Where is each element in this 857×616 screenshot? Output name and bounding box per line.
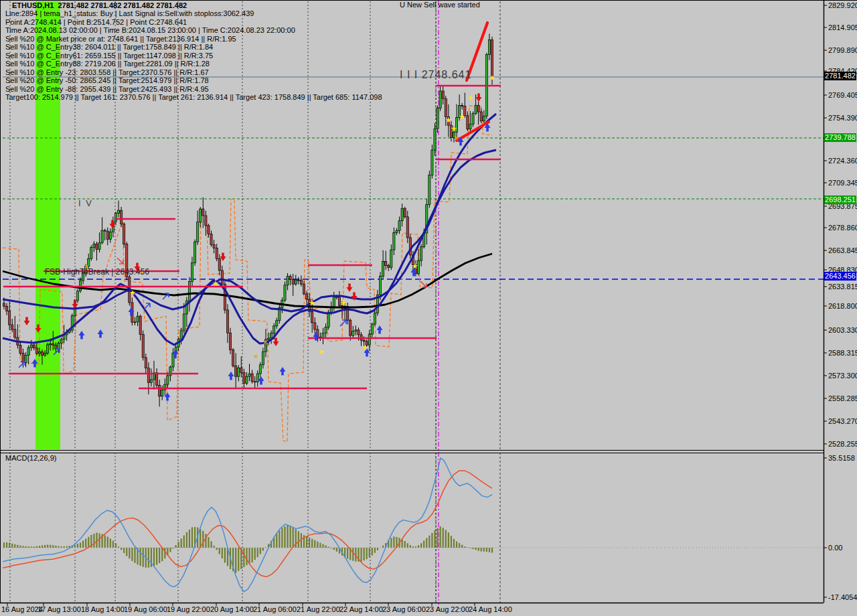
diagonal-up-arrow-icon xyxy=(144,303,150,309)
annotation-wave-iv: I V xyxy=(78,198,93,208)
sell-arrow-icon xyxy=(476,94,482,102)
time-axis-label: 17 Aug 13:00 xyxy=(37,605,81,613)
mt4-chart-window: ★★★★★★★★★★★★××××× ETHUSD,H1 2781.482 278… xyxy=(0,0,857,616)
price-axis-label: 2754.390 xyxy=(828,114,857,122)
buy-arrow-icon xyxy=(165,392,171,401)
time-axis-label: 23 Aug 06:00 xyxy=(382,605,426,613)
price-axis-label: 2799.890 xyxy=(828,46,857,54)
price-axis-label: 2573.300 xyxy=(828,372,857,380)
price-badge: 2698.251 xyxy=(824,196,856,204)
info-line-2: Point A:2748.414 | Point B:2514.752 | Po… xyxy=(5,18,187,26)
price-axis-label: 2528.255 xyxy=(828,440,857,448)
buy-arrow-icon xyxy=(258,376,264,385)
time-axis-label: 18 Aug 14:00 xyxy=(81,605,125,613)
price-badge: 2643.456 xyxy=(824,272,856,281)
diagonal-down-arrow-icon xyxy=(117,258,123,264)
time-axis-label: 21 Aug 22:00 xyxy=(297,605,340,613)
star-marker-icon: ★ xyxy=(340,299,347,307)
price-axis-label: 2709.345 xyxy=(828,179,857,187)
diagonal-up-arrow-icon xyxy=(19,362,25,368)
price-axis-label: 2633.815 xyxy=(828,283,857,291)
info-line-10: Sell %20 @ Entry -88: 2955.439 || Target… xyxy=(5,85,209,93)
macd-signal-line xyxy=(3,471,492,576)
buy-arrow-icon xyxy=(79,331,85,339)
x-marker-icon: × xyxy=(454,134,458,142)
sell-arrow-icon xyxy=(24,317,30,326)
price-badge: 2739.788 xyxy=(824,133,856,142)
price-axis-label: 2769.405 xyxy=(828,91,857,99)
price-axis-label: 2724.360 xyxy=(828,157,857,165)
info-line-1: Line:2894 | tema_h1_status: Buy | Last S… xyxy=(5,9,254,17)
star-marker-icon: ★ xyxy=(412,262,418,271)
star-marker-icon: ★ xyxy=(309,299,315,307)
info-line-4: Sell %20 @ Market price or at: 2748.641 … xyxy=(5,35,236,43)
price-axis-label: 2603.330 xyxy=(828,326,857,334)
info-line-8: Sell %10 @ Entry -23: 2803.558 || Target… xyxy=(5,68,209,76)
buy-arrow-icon xyxy=(98,329,104,338)
time-axis-label: 22 Aug 14:00 xyxy=(339,605,383,613)
info-line-11: Target100: 2514.979 || Target 161: 2370.… xyxy=(5,93,382,101)
price-axis-label: 2543.270 xyxy=(828,417,857,425)
price-badge: 2781.482 xyxy=(824,72,856,80)
star-marker-icon: ★ xyxy=(445,116,452,125)
time-axis-label: 24 Aug 14:00 xyxy=(469,605,512,613)
star-marker-icon: ★ xyxy=(318,348,325,356)
price-axis-label: 2814.905 xyxy=(828,23,857,31)
star-marker-icon: ★ xyxy=(467,94,474,102)
info-line-9: Sell %20 @ Entry -50: 2865.245 || Target… xyxy=(5,76,209,84)
price-axis-label: 2618.800 xyxy=(828,302,857,310)
info-line-7: Sell %10 @ C_Entry88: 2719.206 || Target… xyxy=(5,60,210,68)
buy-arrow-icon xyxy=(377,325,383,334)
macd-axis-label: 0.00 xyxy=(828,544,842,552)
macd-indicator-label: MACD(12,26,9) xyxy=(5,454,56,462)
buy-arrow-icon xyxy=(228,372,234,380)
info-line-0: ETHUSD,H1 2781.482 2781.482 2781.482 278… xyxy=(12,1,187,9)
star-marker-icon: ★ xyxy=(459,112,465,121)
diagonal-up-arrow-icon xyxy=(340,320,346,326)
time-axis-label: 23 Aug 22:00 xyxy=(426,605,469,613)
tema-fast-line xyxy=(3,114,496,345)
sell-arrow-icon xyxy=(347,284,353,293)
diagonal-down-arrow-icon xyxy=(420,281,426,287)
annotation-new-sell-wave: U New Sell wave started xyxy=(400,1,480,9)
info-line-3: Time A:2024.08.13 02:00:00 | Time B:2024… xyxy=(5,26,295,34)
star-marker-icon: ★ xyxy=(212,279,219,288)
time-axis-label: 19 Aug 22:00 xyxy=(167,605,210,613)
price-axis-label: 2663.845 xyxy=(828,246,857,254)
price-axis-label: 2829.920 xyxy=(828,1,857,9)
star-marker-icon: ★ xyxy=(362,343,368,352)
macd-main-line xyxy=(3,458,492,592)
time-axis-label: 20 Aug 14:00 xyxy=(210,605,254,613)
buy-arrow-icon xyxy=(280,367,286,376)
x-marker-icon: × xyxy=(254,352,258,360)
x-marker-icon: × xyxy=(263,338,267,346)
sell-arrow-icon xyxy=(220,253,226,262)
info-line-5: Sell %10 @ C_Entry38: 2604.011 || Target… xyxy=(5,43,213,51)
macd-axis-label: 35.5158 xyxy=(828,454,855,462)
annotation-wave-count-price: I I I 2748.641 xyxy=(400,69,471,81)
price-axis-label: 2558.285 xyxy=(828,394,857,402)
time-axis-label: 21 Aug 06:00 xyxy=(253,605,297,613)
time-axis-label: 16 Aug 2024 xyxy=(1,605,43,613)
annotation-fsb-high-to-break: FSB-HighToBreak | 2643.456 xyxy=(45,267,149,277)
info-line-6: Sell %10 @ C_Entry61: 2659.155 || Target… xyxy=(5,52,213,60)
star-marker-icon: ★ xyxy=(451,125,457,133)
macd-axis-label: -17.4054 xyxy=(828,593,857,601)
time-axis-label: 19 Aug 06:00 xyxy=(124,605,167,613)
price-axis-label: 2678.860 xyxy=(828,224,857,232)
star-marker-icon: ★ xyxy=(489,74,495,82)
star-marker-icon: ★ xyxy=(129,289,136,297)
price-axis-label: 2588.315 xyxy=(828,349,857,357)
